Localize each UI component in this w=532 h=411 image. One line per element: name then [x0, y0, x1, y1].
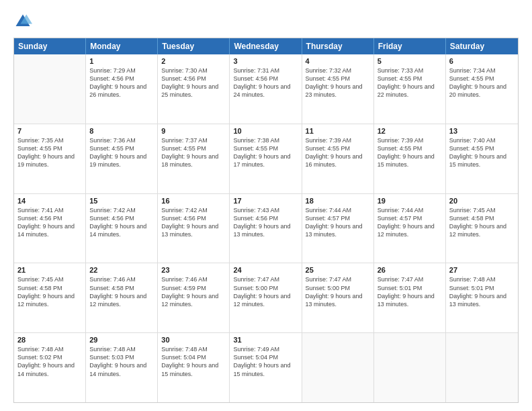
- day-number: 3: [233, 57, 298, 65]
- day-number: 16: [161, 197, 226, 205]
- day-number: 19: [378, 197, 442, 205]
- day-info: Sunrise: 7:30 AMSunset: 4:56 PMDaylight:…: [161, 66, 226, 99]
- calendar-cell: 29Sunrise: 7:48 AMSunset: 5:03 PMDayligh…: [86, 333, 158, 402]
- day-info: Sunrise: 7:36 AMSunset: 4:55 PMDaylight:…: [89, 136, 154, 169]
- day-info: Sunrise: 7:46 AMSunset: 4:59 PMDaylight:…: [161, 275, 226, 308]
- day-number: 22: [89, 266, 154, 274]
- day-info: Sunrise: 7:39 AMSunset: 4:55 PMDaylight:…: [378, 136, 442, 169]
- day-info: Sunrise: 7:48 AMSunset: 5:01 PMDaylight:…: [449, 275, 515, 308]
- calendar-cell: 11Sunrise: 7:39 AMSunset: 4:55 PMDayligh…: [302, 124, 374, 193]
- calendar: SundayMondayTuesdayWednesdayThursdayFrid…: [13, 38, 519, 403]
- day-number: 11: [306, 127, 370, 135]
- day-number: 20: [449, 197, 515, 205]
- day-number: 23: [161, 266, 226, 274]
- calendar-body: 1Sunrise: 7:29 AMSunset: 4:56 PMDaylight…: [14, 54, 518, 402]
- day-info: Sunrise: 7:43 AMSunset: 4:56 PMDaylight:…: [233, 206, 298, 239]
- calendar-cell: 23Sunrise: 7:46 AMSunset: 4:59 PMDayligh…: [158, 263, 230, 332]
- day-of-week-wednesday: Wednesday: [230, 38, 302, 54]
- calendar-cell: 17Sunrise: 7:43 AMSunset: 4:56 PMDayligh…: [230, 194, 302, 263]
- page: SundayMondayTuesdayWednesdayThursdayFrid…: [0, 0, 532, 411]
- day-info: Sunrise: 7:34 AMSunset: 4:55 PMDaylight:…: [449, 66, 515, 99]
- day-info: Sunrise: 7:44 AMSunset: 4:57 PMDaylight:…: [306, 206, 370, 239]
- calendar-cell: 18Sunrise: 7:44 AMSunset: 4:57 PMDayligh…: [302, 194, 374, 263]
- day-number: 21: [17, 266, 82, 274]
- logo-icon: [13, 12, 32, 31]
- day-info: Sunrise: 7:46 AMSunset: 4:58 PMDaylight:…: [89, 275, 154, 308]
- calendar-cell: 15Sunrise: 7:42 AMSunset: 4:56 PMDayligh…: [86, 194, 158, 263]
- calendar-cell: 30Sunrise: 7:48 AMSunset: 5:04 PMDayligh…: [158, 333, 230, 402]
- calendar-cell: 24Sunrise: 7:47 AMSunset: 5:00 PMDayligh…: [230, 263, 302, 332]
- calendar-cell: 22Sunrise: 7:46 AMSunset: 4:58 PMDayligh…: [86, 263, 158, 332]
- logo: [13, 12, 35, 31]
- day-number: 31: [233, 336, 298, 344]
- calendar-cell: 4Sunrise: 7:32 AMSunset: 4:55 PMDaylight…: [302, 54, 374, 124]
- calendar-cell: 13Sunrise: 7:40 AMSunset: 4:55 PMDayligh…: [446, 124, 518, 193]
- calendar-row-2: 7Sunrise: 7:35 AMSunset: 4:55 PMDaylight…: [14, 124, 518, 194]
- day-number: 1: [89, 57, 154, 65]
- calendar-cell: 14Sunrise: 7:41 AMSunset: 4:56 PMDayligh…: [14, 194, 86, 263]
- day-info: Sunrise: 7:48 AMSunset: 5:03 PMDaylight:…: [89, 345, 154, 378]
- calendar-cell: 9Sunrise: 7:37 AMSunset: 4:55 PMDaylight…: [158, 124, 230, 193]
- calendar-cell: [14, 54, 86, 124]
- calendar-cell: [374, 333, 446, 402]
- calendar-cell: [302, 333, 374, 402]
- day-number: 12: [378, 127, 442, 135]
- day-info: Sunrise: 7:45 AMSunset: 4:58 PMDaylight:…: [17, 275, 82, 308]
- day-number: 17: [233, 197, 298, 205]
- calendar-cell: 6Sunrise: 7:34 AMSunset: 4:55 PMDaylight…: [446, 54, 518, 124]
- day-info: Sunrise: 7:47 AMSunset: 5:00 PMDaylight:…: [306, 275, 370, 308]
- day-info: Sunrise: 7:33 AMSunset: 4:55 PMDaylight:…: [378, 66, 442, 99]
- calendar-cell: 7Sunrise: 7:35 AMSunset: 4:55 PMDaylight…: [14, 124, 86, 193]
- day-of-week-sunday: Sunday: [14, 38, 86, 54]
- calendar-cell: 1Sunrise: 7:29 AMSunset: 4:56 PMDaylight…: [86, 54, 158, 124]
- day-number: 26: [378, 266, 442, 274]
- day-info: Sunrise: 7:47 AMSunset: 5:00 PMDaylight:…: [233, 275, 298, 308]
- day-info: Sunrise: 7:31 AMSunset: 4:56 PMDaylight:…: [233, 66, 298, 99]
- day-number: 9: [161, 127, 226, 135]
- day-of-week-tuesday: Tuesday: [158, 38, 230, 54]
- day-number: 8: [89, 127, 154, 135]
- calendar-row-1: 1Sunrise: 7:29 AMSunset: 4:56 PMDaylight…: [14, 54, 518, 124]
- day-info: Sunrise: 7:41 AMSunset: 4:56 PMDaylight:…: [17, 206, 82, 239]
- calendar-cell: 20Sunrise: 7:45 AMSunset: 4:58 PMDayligh…: [446, 194, 518, 263]
- calendar-cell: 10Sunrise: 7:38 AMSunset: 4:55 PMDayligh…: [230, 124, 302, 193]
- calendar-cell: 8Sunrise: 7:36 AMSunset: 4:55 PMDaylight…: [86, 124, 158, 193]
- day-of-week-friday: Friday: [374, 38, 446, 54]
- calendar-row-3: 14Sunrise: 7:41 AMSunset: 4:56 PMDayligh…: [14, 194, 518, 264]
- calendar-header: SundayMondayTuesdayWednesdayThursdayFrid…: [14, 38, 518, 54]
- calendar-cell: 31Sunrise: 7:49 AMSunset: 5:04 PMDayligh…: [230, 333, 302, 402]
- day-info: Sunrise: 7:42 AMSunset: 4:56 PMDaylight:…: [89, 206, 154, 239]
- day-number: 6: [449, 57, 515, 65]
- day-number: 2: [161, 57, 226, 65]
- calendar-row-5: 28Sunrise: 7:48 AMSunset: 5:02 PMDayligh…: [14, 333, 518, 402]
- day-info: Sunrise: 7:42 AMSunset: 4:56 PMDaylight:…: [161, 206, 226, 239]
- day-of-week-monday: Monday: [86, 38, 158, 54]
- day-number: 30: [161, 336, 226, 344]
- calendar-cell: 25Sunrise: 7:47 AMSunset: 5:00 PMDayligh…: [302, 263, 374, 332]
- calendar-cell: 26Sunrise: 7:47 AMSunset: 5:01 PMDayligh…: [374, 263, 446, 332]
- day-info: Sunrise: 7:38 AMSunset: 4:55 PMDaylight:…: [233, 136, 298, 169]
- day-number: 7: [17, 127, 82, 135]
- day-number: 18: [306, 197, 370, 205]
- calendar-cell: 19Sunrise: 7:44 AMSunset: 4:57 PMDayligh…: [374, 194, 446, 263]
- day-info: Sunrise: 7:49 AMSunset: 5:04 PMDaylight:…: [233, 345, 298, 378]
- calendar-cell: 16Sunrise: 7:42 AMSunset: 4:56 PMDayligh…: [158, 194, 230, 263]
- day-number: 4: [306, 57, 370, 65]
- day-of-week-saturday: Saturday: [446, 38, 518, 54]
- day-number: 5: [378, 57, 442, 65]
- day-number: 29: [89, 336, 154, 344]
- day-number: 10: [233, 127, 298, 135]
- calendar-row-4: 21Sunrise: 7:45 AMSunset: 4:58 PMDayligh…: [14, 263, 518, 333]
- day-number: 25: [306, 266, 370, 274]
- day-info: Sunrise: 7:29 AMSunset: 4:56 PMDaylight:…: [89, 66, 154, 99]
- day-info: Sunrise: 7:35 AMSunset: 4:55 PMDaylight:…: [17, 136, 82, 169]
- calendar-cell: [446, 333, 518, 402]
- day-info: Sunrise: 7:44 AMSunset: 4:57 PMDaylight:…: [378, 206, 442, 239]
- day-number: 14: [17, 197, 82, 205]
- calendar-cell: 12Sunrise: 7:39 AMSunset: 4:55 PMDayligh…: [374, 124, 446, 193]
- day-number: 13: [449, 127, 515, 135]
- day-of-week-thursday: Thursday: [302, 38, 374, 54]
- day-number: 27: [449, 266, 515, 274]
- calendar-cell: 3Sunrise: 7:31 AMSunset: 4:56 PMDaylight…: [230, 54, 302, 124]
- calendar-cell: 21Sunrise: 7:45 AMSunset: 4:58 PMDayligh…: [14, 263, 86, 332]
